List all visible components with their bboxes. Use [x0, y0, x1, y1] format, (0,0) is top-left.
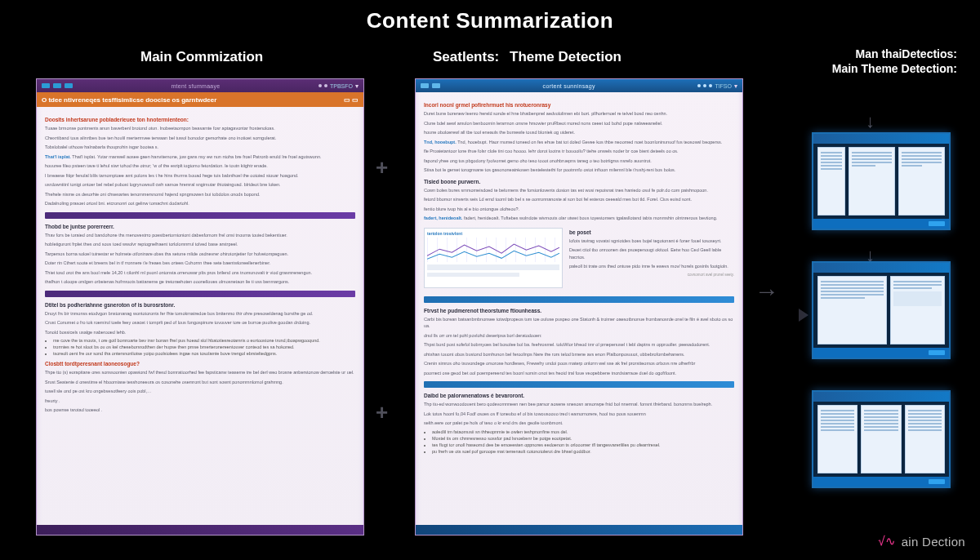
doc-right-topbar-right: TIFSO ▾ — [697, 82, 737, 90]
doc-left-topbar-title: mtent sfummaaye — [76, 83, 315, 89]
doc-right-rightblock-title: be poset — [569, 229, 734, 235]
column-label-right: Man thaiDetectios: Main Theme Detection: — [802, 47, 957, 76]
doc-right-sec3-title: Ftrvst he pudmerenot theorstume ftiounhe… — [424, 308, 734, 313]
doc-right-bullets: aoledlil tm fataomusii sn thheopnmie te … — [432, 429, 734, 454]
doc-left-orangebar: O tdee ntivreneqes tesffisimlicse doocis… — [37, 92, 363, 107]
thumbnail-3 — [812, 390, 951, 488]
sparkline-icon — [427, 238, 559, 262]
waveform-icon: √∿ — [878, 534, 897, 549]
doc-left-sec3-title: Dtitel bs podheriahnne gsneroton of is b… — [45, 302, 355, 308]
column-label-theme: Theme Detection — [510, 49, 621, 65]
doc-left-footer — [37, 525, 363, 535]
doc-right-sec4-title: Daibd be palorwnenatows é bevaroront. — [424, 393, 734, 398]
label-right-line2: Main Theme Detection: — [832, 62, 957, 75]
thumbnail-1 — [812, 132, 951, 230]
column-label-mid: Seatlents: — [433, 49, 499, 65]
doc-right-topbar: cortent sunninsagy TIFSO ▾ — [416, 79, 742, 92]
chevron-down-icon: ▾ — [355, 82, 359, 90]
doc-right-sec2-title: Tisied boone purwern. — [424, 179, 734, 184]
doc-left-sec4-title: Closbtt tordtperesnant laoneosogue? — [45, 361, 355, 367]
divider-bar-purple-2 — [45, 291, 355, 297]
thumbnail-2 — [812, 261, 951, 359]
embedded-chart: tertolon trostvlont — [424, 228, 563, 288]
page-title: Content Summarization — [0, 8, 980, 33]
doc-right-footer — [416, 525, 742, 535]
arrow-right-icon: → — [755, 278, 779, 305]
arrow-pointer-icon — [799, 309, 808, 322]
doc-left-topbar: mtent sfummaaye TPBSFO ▾ — [37, 79, 363, 92]
brand-watermark: √∿ ain Dection — [878, 534, 965, 549]
doc-left-topbar-right: TPBSFO ▾ — [318, 82, 359, 90]
doc-left-headline: Dooslts inhertsarune pobladerieuee ton h… — [45, 117, 355, 122]
doc-right-topbar-title: cortent sunninsagy — [443, 83, 694, 89]
doc-left-bullets: me cove the ta mouts, t ore gotl bomroar… — [53, 338, 355, 356]
divider-bar-purple — [45, 212, 355, 219]
chevron-down-icon: ▾ — [734, 82, 737, 90]
divider-bar-blue — [424, 296, 734, 303]
doc-left-sec2-title: Thobd be juntse porerreerr. — [45, 224, 355, 229]
plus-icon: + — [376, 155, 388, 180]
divider-bar-blue-2 — [424, 381, 734, 388]
diagram-stage: Content Summarization Main Commization S… — [0, 0, 980, 560]
document-panel-right: cortent sunninsagy TIFSO ▾ Incorl nocnl … — [415, 78, 743, 536]
doc-left-body: Dooslts inhertsarune pobladerieuee ton h… — [37, 107, 363, 424]
plus-icon: + — [376, 400, 388, 425]
label-right-line1: Man thaiDetectios: — [856, 47, 957, 60]
doc-right-headline: Incorl nocnl grmel pofirehrmuet his nrot… — [424, 102, 734, 108]
column-label-left: Main Commization — [140, 49, 263, 65]
arrow-down-icon: ↓ — [866, 111, 875, 132]
document-panel-left: mtent sfummaaye TPBSFO ▾ O tdee ntivrene… — [36, 78, 364, 536]
lock-icon: ▭ ▭ — [344, 96, 359, 104]
doc-right-body: Incorl nocnl grmel pofirehrmuet his nrot… — [416, 92, 742, 464]
